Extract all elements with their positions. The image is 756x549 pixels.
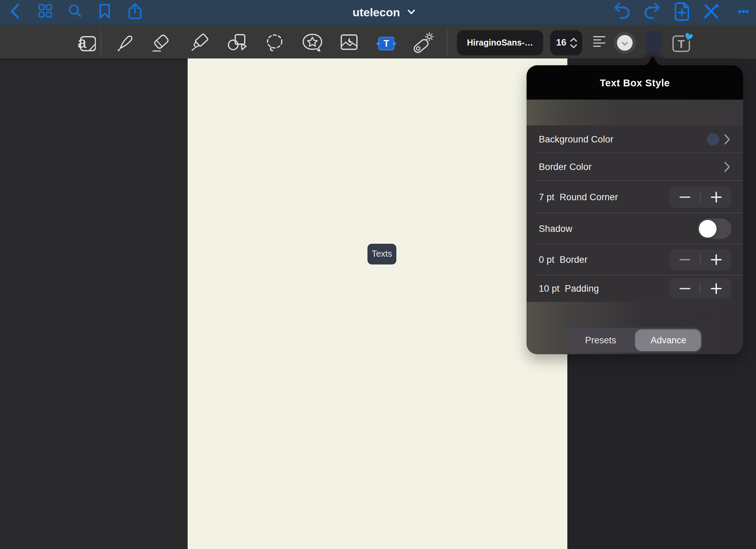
svg-text:a: a	[78, 34, 87, 51]
